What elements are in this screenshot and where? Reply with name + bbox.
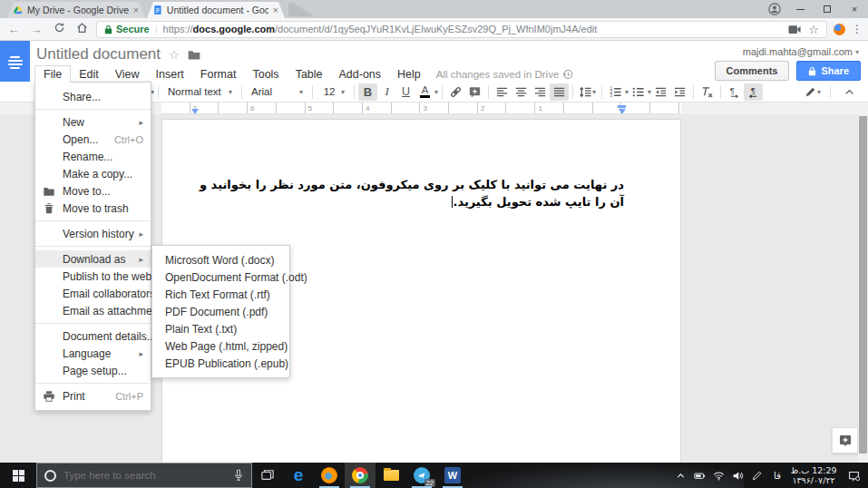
file-menu-item-print[interactable]: PrintCtrl+P xyxy=(35,387,151,405)
speaker-icon[interactable] xyxy=(728,463,747,488)
wifi-icon[interactable] xyxy=(709,463,728,488)
close-button[interactable]: × xyxy=(841,0,868,18)
saved-status[interactable]: All changes saved in Drive xyxy=(436,69,574,80)
document-title[interactable]: Untitled document xyxy=(36,45,161,63)
star-document-icon[interactable]: ☆ xyxy=(169,48,180,62)
download-option-epub-publication-epub[interactable]: EPUB Publication (.epub) xyxy=(152,355,289,372)
menu-edit[interactable]: Edit xyxy=(71,65,107,83)
paragraph-style-dropdown[interactable]: Normal text▾ xyxy=(162,83,238,101)
microphone-icon[interactable] xyxy=(233,469,244,482)
tab-close-icon[interactable]: × xyxy=(133,5,139,15)
font-size-dropdown[interactable]: 12▾ xyxy=(317,83,350,101)
collapse-toolbar-button[interactable] xyxy=(840,83,859,101)
file-menu-item-open[interactable]: Open...Ctrl+O xyxy=(35,131,151,148)
pen-icon[interactable] xyxy=(747,463,766,488)
download-option-rich-text-format-rtf[interactable]: Rich Text Format (.rtf) xyxy=(152,286,289,303)
underline-button[interactable]: U xyxy=(396,83,415,101)
taskbar-telegram-icon[interactable]: 22 xyxy=(406,463,437,488)
rtl-direction-button[interactable]: ¶ xyxy=(744,83,763,101)
menu-file[interactable]: File xyxy=(34,65,71,83)
media-camera-icon[interactable] xyxy=(788,24,801,34)
file-menu-item-language[interactable]: Language▸ xyxy=(35,345,151,362)
menu-tools[interactable]: Tools xyxy=(244,65,287,83)
language-indicator[interactable]: فا xyxy=(766,463,788,488)
docs-logo-icon[interactable] xyxy=(0,41,30,84)
clear-formatting-button[interactable] xyxy=(697,83,717,101)
download-option-opendocument-format-odt[interactable]: OpenDocument Format (.odt) xyxy=(152,268,289,286)
justify-button[interactable] xyxy=(550,83,569,101)
taskbar-edge-icon[interactable]: e xyxy=(283,463,314,488)
file-menu-item-rename[interactable]: Rename... xyxy=(35,148,151,165)
align-center-button[interactable] xyxy=(512,83,531,101)
tab-untitled-document[interactable]: Untitled document - Goc × xyxy=(147,2,285,18)
paragraph[interactable]: در نهایت می توانید با کلیک بر روی میکروف… xyxy=(162,176,680,210)
scrollbar-thumb[interactable] xyxy=(859,116,867,454)
account-email[interactable]: majdi.mahta@gmail.com▾ xyxy=(743,46,859,57)
file-menu-item-document-details[interactable]: Document details... xyxy=(35,327,151,345)
url-box[interactable]: Secure | https://docs.google.com/documen… xyxy=(96,21,827,38)
italic-button[interactable]: I xyxy=(377,83,396,101)
search-input[interactable] xyxy=(63,470,226,481)
ltr-direction-button[interactable]: ¶ xyxy=(725,83,744,101)
numbered-list-button[interactable]: 123 xyxy=(606,83,625,101)
indent-marker-right[interactable] xyxy=(619,109,626,114)
reload-icon[interactable] xyxy=(51,22,67,36)
download-option-microsoft-word-docx[interactable]: Microsoft Word (.docx) xyxy=(152,251,289,268)
file-menu-item-move-to[interactable]: Move to... xyxy=(35,182,151,200)
menu-view[interactable]: View xyxy=(107,65,148,83)
file-menu-item-new[interactable]: New▸ xyxy=(35,113,151,131)
bold-button[interactable]: B xyxy=(358,83,377,101)
taskbar-explorer-icon[interactable] xyxy=(375,463,406,488)
insert-link-button[interactable] xyxy=(446,83,465,101)
increase-indent-button[interactable] xyxy=(670,83,689,101)
indent-marker-left[interactable] xyxy=(191,109,199,114)
file-menu-item-download-as[interactable]: Download as▸ xyxy=(35,250,151,268)
file-menu-item-share[interactable]: Share... xyxy=(35,88,151,105)
file-menu-item-version-history[interactable]: Version history▸ xyxy=(35,225,151,242)
bookmark-star-icon[interactable]: ☆ xyxy=(808,23,819,36)
tab-close-icon[interactable]: × xyxy=(273,5,278,15)
file-menu-item-email-as-attachment[interactable]: Email as attachment... xyxy=(35,302,151,319)
home-icon[interactable] xyxy=(73,22,90,36)
text-color-button[interactable]: A xyxy=(415,83,434,101)
taskbar-word-icon[interactable]: W xyxy=(437,463,468,488)
share-button[interactable]: Share xyxy=(796,61,861,81)
explore-button[interactable] xyxy=(832,427,858,454)
menu-add-ons[interactable]: Add-ons xyxy=(331,65,390,83)
battery-icon[interactable] xyxy=(690,463,709,488)
browser-profile-icon[interactable] xyxy=(763,0,786,18)
decrease-indent-button[interactable] xyxy=(651,83,670,101)
download-option-plain-text-txt[interactable]: Plain Text (.txt) xyxy=(152,320,289,337)
taskbar-firefox-icon[interactable] xyxy=(314,463,345,488)
taskbar-search[interactable] xyxy=(36,463,252,488)
align-left-button[interactable] xyxy=(493,83,512,101)
file-menu-item-page-setup[interactable]: Page setup... xyxy=(35,362,151,379)
menu-format[interactable]: Format xyxy=(192,65,245,83)
tray-chevron-icon[interactable] xyxy=(671,463,690,488)
secure-chip[interactable]: Secure xyxy=(104,24,150,34)
taskbar-chrome-icon[interactable] xyxy=(345,463,375,488)
task-view-button[interactable] xyxy=(252,463,283,488)
browser-menu-icon[interactable]: ⋮ xyxy=(852,23,863,35)
tab-my-drive[interactable]: My Drive - Google Drive × xyxy=(7,2,145,18)
font-dropdown[interactable]: Arial▾ xyxy=(246,83,308,101)
minimize-button[interactable] xyxy=(786,0,814,18)
text-color-arrow[interactable]: ▾ xyxy=(434,88,438,96)
margin-marker[interactable] xyxy=(618,105,626,108)
move-folder-icon[interactable] xyxy=(188,50,200,60)
menu-insert[interactable]: Insert xyxy=(148,65,192,83)
restore-button[interactable] xyxy=(814,0,841,18)
vertical-scrollbar[interactable] xyxy=(858,114,868,463)
editing-mode-button[interactable]: ▾ xyxy=(802,83,823,101)
file-menu-item-email-collaborators[interactable]: Email collaborators... xyxy=(35,285,151,302)
download-option-pdf-document-pdf[interactable]: PDF Document (.pdf) xyxy=(152,303,289,320)
align-right-button[interactable] xyxy=(531,83,550,101)
insert-comment-button[interactable] xyxy=(465,83,484,101)
forward-icon[interactable]: → xyxy=(28,23,44,36)
extension-icon[interactable] xyxy=(834,24,845,35)
bulleted-list-button[interactable] xyxy=(629,83,648,101)
menu-table[interactable]: Table xyxy=(288,65,331,83)
back-icon[interactable]: ← xyxy=(5,23,22,36)
file-menu-item-move-to-trash[interactable]: Move to trash xyxy=(35,200,151,217)
start-button[interactable] xyxy=(0,463,36,488)
